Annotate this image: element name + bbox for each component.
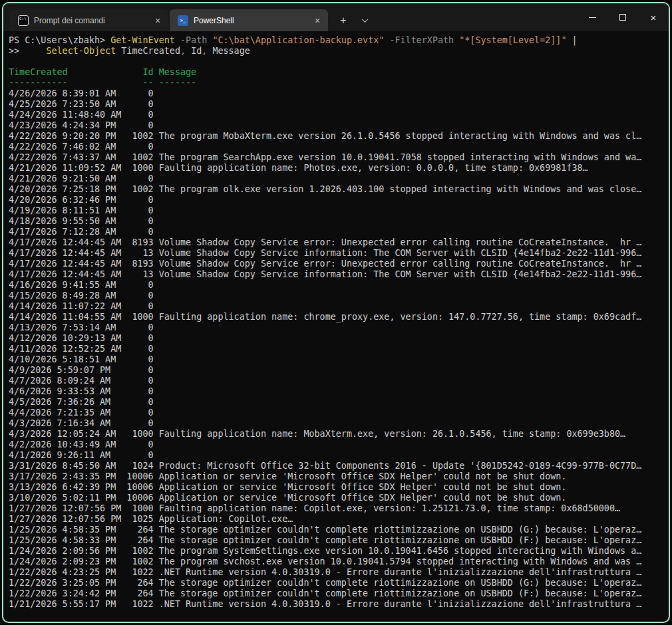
terminal-line: 4/5/2026 7:36:26 AM 0 xyxy=(9,397,669,408)
new-tab-button[interactable]: + xyxy=(332,9,355,31)
cmd-icon: C:\ xyxy=(18,15,29,26)
tab-label: PowerShell xyxy=(194,16,305,25)
terminal-line: 4/14/2026 11:07:22 AM 0 xyxy=(9,301,669,312)
terminal-line: 4/11/2026 12:52:25 AM 0 xyxy=(9,344,669,354)
terminal-line: 1/21/2026 5:55:17 PM 1022 .NET Runtime v… xyxy=(9,599,669,610)
terminal-line: 4/17/2026 12:44:45 AM 8193 Volume Shadow… xyxy=(9,237,669,248)
terminal-line: 4/21/2026 9:21:50 AM 0 xyxy=(9,174,669,184)
terminal-line: 1/25/2026 4:58:33 PM 264 The storage opt… xyxy=(9,535,669,546)
powershell-icon: >_ xyxy=(178,15,188,26)
terminal-line: 4/4/2026 7:21:35 AM 0 xyxy=(9,408,669,418)
terminal-line: 3/10/2026 5:02:11 PM 10006 Application o… xyxy=(9,493,669,503)
terminal-line: >> Select-Object TimeCreated, Id, Messag… xyxy=(9,46,669,57)
terminal-line: 3/17/2026 2:43:35 PM 10006 Application o… xyxy=(9,471,669,482)
terminal-line: 1/24/2026 2:09:56 PM 1002 The program Sy… xyxy=(9,546,669,557)
terminal-line: 4/12/2026 10:29:13 AM 0 xyxy=(9,333,669,344)
terminal-line: TimeCreated Id Message xyxy=(9,67,669,78)
terminal-line: 1/27/2026 12:07:56 PM 1000 Faulting appl… xyxy=(9,503,669,514)
terminal-line: 1/22/2026 3:24:42 PM 264 The storage opt… xyxy=(9,588,669,599)
maximize-button[interactable] xyxy=(607,3,638,31)
terminal-line: 4/10/2026 5:18:51 AM 0 xyxy=(9,354,669,365)
tab-dropdown-button[interactable] xyxy=(355,9,375,31)
terminal-line: 4/3/2026 7:16:34 AM 0 xyxy=(9,418,669,429)
terminal-line: 4/13/2026 7:53:14 AM 0 xyxy=(9,322,669,333)
terminal-line: 4/26/2026 8:39:01 AM 0 xyxy=(9,88,669,99)
terminal-line: 4/16/2026 9:41:55 AM 0 xyxy=(9,280,669,291)
terminal-line: 1/22/2026 3:25:05 PM 264 The storage opt… xyxy=(9,578,669,588)
terminal-line: 3/31/2026 8:45:50 AM 1024 Product: Micro… xyxy=(9,461,669,471)
terminal-line: 4/9/2026 5:59:07 PM 0 xyxy=(9,365,669,376)
terminal-line: 4/17/2026 7:12:28 AM 0 xyxy=(9,227,669,237)
terminal-line: 4/20/2026 7:25:18 PM 1002 The program ol… xyxy=(9,184,669,195)
terminal-line: 4/3/2026 12:05:24 AM 1000 Faulting appli… xyxy=(9,429,669,439)
terminal-screen[interactable]: PS C:\Users\zbakh> Get-WinEvent -Path "C… xyxy=(3,31,669,622)
terminal-line: 4/18/2026 9:55:50 AM 0 xyxy=(9,216,669,227)
maximize-icon xyxy=(619,14,626,21)
close-button[interactable]: × xyxy=(638,3,669,31)
terminal-line: 4/22/2026 9:20:20 PM 1002 The program Mo… xyxy=(9,131,669,142)
tab-prompt-dei-comandi[interactable]: C:\ Prompt dei comandi × xyxy=(10,9,168,31)
minimize-icon xyxy=(589,17,596,18)
terminal-line: 1/25/2026 4:58:35 PM 264 The storage opt… xyxy=(9,525,669,535)
tab-label: Prompt dei comandi xyxy=(34,16,146,25)
minimize-button[interactable] xyxy=(577,3,607,31)
terminal-line: 4/21/2026 11:09:52 AM 1000 Faulting appl… xyxy=(9,163,669,174)
window-controls: × xyxy=(577,3,669,31)
terminal-line: 4/17/2026 12:44:45 AM 8193 Volume Shadow… xyxy=(9,259,669,269)
terminal-line: 4/7/2026 8:09:24 AM 0 xyxy=(9,376,669,386)
terminal-window: C:\ Prompt dei comandi × >_ PowerShell ×… xyxy=(2,2,670,623)
tab-powershell[interactable]: >_ PowerShell × xyxy=(170,9,328,31)
terminal-line: 3/13/2026 6:42:39 PM 10006 Application o… xyxy=(9,482,669,493)
tab-close-icon[interactable]: × xyxy=(151,14,164,27)
terminal-line: 1/22/2026 4:23:25 PM 1022 .NET Runtime v… xyxy=(9,567,669,578)
terminal-line: 4/19/2026 8:11:51 AM 0 xyxy=(9,205,669,216)
terminal-line: 4/1/2026 9:26:11 AM 0 xyxy=(9,450,669,461)
terminal-line: PS C:\Users\zbakh> Get-WinEvent -Path "C… xyxy=(9,35,669,46)
close-icon: × xyxy=(651,13,657,23)
terminal-line: 4/25/2026 7:23:50 AM 0 xyxy=(9,99,669,110)
chevron-down-icon xyxy=(361,16,368,23)
terminal-line xyxy=(9,57,669,67)
terminal-line: 4/17/2026 12:44:45 AM 13 Volume Shadow C… xyxy=(9,269,669,280)
terminal-line: 4/22/2026 7:46:02 AM 0 xyxy=(9,142,669,152)
terminal-line: 4/17/2026 12:44:45 AM 13 Volume Shadow C… xyxy=(9,248,669,259)
terminal-line: 1/24/2026 2:09:23 PM 1002 The program sv… xyxy=(9,557,669,567)
terminal-line: 4/15/2026 8:49:28 AM 0 xyxy=(9,291,669,301)
tab-bar: C:\ Prompt dei comandi × >_ PowerShell ×… xyxy=(3,3,577,31)
terminal-line: 4/2/2026 10:43:49 AM 0 xyxy=(9,439,669,450)
terminal-line: 4/23/2026 4:24:34 PM 0 xyxy=(9,120,669,131)
terminal-line: 4/6/2026 9:33:53 AM 0 xyxy=(9,386,669,397)
titlebar-drag-region[interactable]: C:\ Prompt dei comandi × >_ PowerShell ×… xyxy=(3,3,669,31)
terminal-line: 4/14/2026 11:04:55 AM 1000 Faulting appl… xyxy=(9,312,669,322)
tab-close-icon[interactable]: × xyxy=(311,14,324,27)
terminal-line: 4/24/2026 11:48:40 AM 0 xyxy=(9,110,669,120)
terminal-line: 4/20/2026 6:32:46 PM 0 xyxy=(9,195,669,205)
terminal-line: 1/27/2026 12:07:56 PM 1025 Application: … xyxy=(9,514,669,525)
terminal-line: 4/22/2026 7:43:37 AM 1002 The program Se… xyxy=(9,152,669,163)
terminal-line: ----------- -- ------- xyxy=(9,78,669,88)
